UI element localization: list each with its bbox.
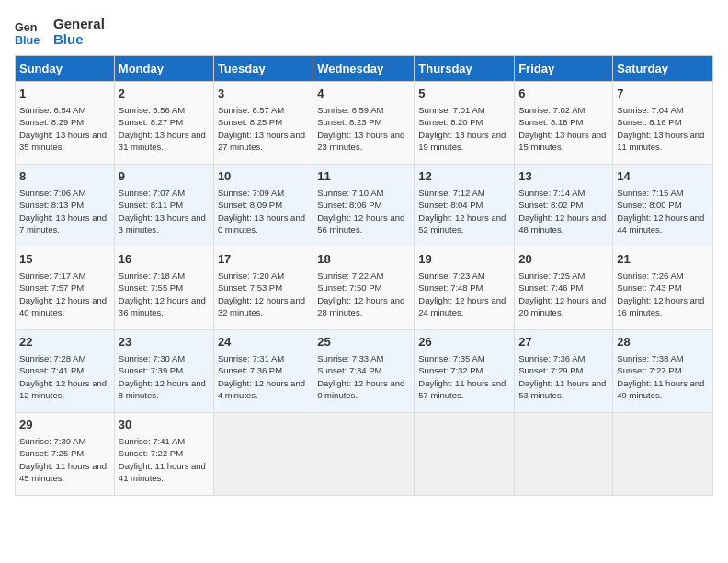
calendar-week-row: 29Sunrise: 7:39 AMSunset: 7:25 PMDayligh…	[16, 413, 713, 496]
sunset-text: Sunset: 7:27 PM	[617, 365, 681, 375]
header-friday: Friday	[515, 56, 613, 82]
daylight-label: Daylight: 12 hours and 12 minutes.	[19, 378, 107, 400]
daylight-label: Daylight: 13 hours and 23 minutes.	[317, 130, 404, 152]
calendar-week-row: 1Sunrise: 6:54 AMSunset: 8:29 PMDaylight…	[16, 82, 713, 165]
sunrise-text: Sunrise: 7:01 AM	[418, 105, 484, 115]
sunrise-text: Sunrise: 7:25 AM	[518, 270, 585, 281]
daylight-label: Daylight: 11 hours and 57 minutes.	[418, 378, 506, 400]
daylight-label: Daylight: 12 hours and 44 minutes.	[617, 213, 704, 235]
daylight-label: Daylight: 13 hours and 31 minutes.	[119, 130, 206, 152]
header-sunday: Sunday	[16, 56, 115, 82]
daylight-label: Daylight: 13 hours and 19 minutes.	[418, 130, 506, 152]
day-number: 9	[119, 168, 210, 185]
day-number: 19	[418, 251, 510, 268]
sunrise-text: Sunrise: 7:39 AM	[19, 436, 85, 446]
sunrise-text: Sunrise: 7:28 AM	[19, 353, 85, 363]
sunset-text: Sunset: 7:36 PM	[218, 365, 282, 375]
sunset-text: Sunset: 7:48 PM	[418, 282, 483, 293]
daylight-label: Daylight: 12 hours and 28 minutes.	[317, 295, 404, 317]
calendar-week-row: 15Sunrise: 7:17 AMSunset: 7:57 PMDayligh…	[16, 247, 713, 330]
sunset-text: Sunset: 7:32 PM	[418, 365, 483, 375]
day-number: 23	[119, 334, 210, 350]
sunset-text: Sunset: 7:41 PM	[19, 365, 84, 375]
calendar-cell: 18Sunrise: 7:22 AMSunset: 7:50 PMDayligh…	[313, 247, 415, 330]
daylight-label: Daylight: 12 hours and 36 minutes.	[119, 295, 206, 317]
calendar-cell: 25Sunrise: 7:33 AMSunset: 7:34 PMDayligh…	[313, 330, 415, 413]
sunset-text: Sunset: 8:16 PM	[617, 117, 681, 127]
day-number: 11	[317, 168, 410, 185]
daylight-label: Daylight: 13 hours and 7 minutes.	[19, 213, 107, 235]
sunset-text: Sunset: 8:04 PM	[418, 200, 483, 210]
sunset-text: Sunset: 8:06 PM	[317, 200, 381, 210]
day-number: 29	[19, 417, 110, 433]
calendar-cell: 6Sunrise: 7:02 AMSunset: 8:18 PMDaylight…	[515, 82, 613, 165]
sunset-text: Sunset: 8:18 PM	[518, 117, 583, 127]
sunset-text: Sunset: 8:09 PM	[218, 200, 282, 210]
sunrise-text: Sunrise: 7:04 AM	[617, 105, 683, 115]
day-number: 20	[518, 251, 609, 268]
daylight-label: Daylight: 11 hours and 53 minutes.	[518, 378, 606, 400]
calendar-cell	[613, 413, 713, 496]
sunrise-text: Sunrise: 6:56 AM	[119, 105, 185, 115]
daylight-label: Daylight: 13 hours and 27 minutes.	[218, 130, 305, 152]
sunset-text: Sunset: 7:50 PM	[317, 282, 381, 293]
daylight-label: Daylight: 11 hours and 41 minutes.	[119, 461, 206, 483]
sunrise-text: Sunrise: 7:33 AM	[317, 353, 383, 363]
day-number: 30	[119, 417, 210, 433]
sunrise-text: Sunrise: 6:59 AM	[317, 105, 383, 115]
sunrise-text: Sunrise: 7:22 AM	[317, 270, 383, 281]
calendar-cell: 13Sunrise: 7:14 AMSunset: 8:02 PMDayligh…	[515, 165, 613, 247]
daylight-label: Daylight: 12 hours and 16 minutes.	[617, 295, 704, 317]
day-number: 12	[418, 168, 510, 185]
day-number: 14	[617, 168, 709, 185]
day-number: 1	[19, 86, 110, 102]
sunrise-text: Sunrise: 7:38 AM	[617, 353, 683, 363]
calendar-cell: 7Sunrise: 7:04 AMSunset: 8:16 PMDaylight…	[613, 82, 713, 165]
sunset-text: Sunset: 8:25 PM	[218, 117, 282, 127]
calendar-cell: 20Sunrise: 7:25 AMSunset: 7:46 PMDayligh…	[515, 247, 613, 330]
sunrise-text: Sunrise: 7:09 AM	[218, 188, 284, 198]
calendar-cell: 8Sunrise: 7:06 AMSunset: 8:13 PMDaylight…	[16, 165, 115, 247]
daylight-label: Daylight: 12 hours and 40 minutes.	[19, 295, 107, 317]
day-number: 5	[418, 86, 510, 102]
sunrise-text: Sunrise: 7:15 AM	[617, 188, 683, 198]
sunrise-text: Sunrise: 7:30 AM	[119, 353, 185, 363]
sunrise-text: Sunrise: 7:06 AM	[19, 188, 85, 198]
sunrise-text: Sunrise: 7:41 AM	[119, 436, 185, 446]
sunrise-text: Sunrise: 6:54 AM	[19, 105, 85, 115]
day-number: 4	[317, 86, 410, 102]
daylight-label: Daylight: 12 hours and 52 minutes.	[418, 213, 506, 235]
sunset-text: Sunset: 7:22 PM	[119, 448, 183, 458]
calendar-cell: 24Sunrise: 7:31 AMSunset: 7:36 PMDayligh…	[213, 330, 313, 413]
calendar-cell: 1Sunrise: 6:54 AMSunset: 8:29 PMDaylight…	[16, 82, 115, 165]
day-number: 17	[218, 251, 309, 268]
day-number: 13	[518, 168, 609, 185]
day-number: 24	[218, 334, 309, 350]
calendar-cell: 2Sunrise: 6:56 AMSunset: 8:27 PMDaylight…	[114, 82, 213, 165]
sunrise-text: Sunrise: 7:02 AM	[518, 105, 585, 115]
calendar-cell	[313, 413, 415, 496]
svg-text:Blue: Blue	[15, 34, 40, 47]
calendar-cell: 22Sunrise: 7:28 AMSunset: 7:41 PMDayligh…	[16, 330, 115, 413]
sunrise-text: Sunrise: 7:20 AM	[218, 270, 284, 281]
calendar-cell	[515, 413, 613, 496]
sunrise-text: Sunrise: 7:07 AM	[119, 188, 185, 198]
calendar-cell: 10Sunrise: 7:09 AMSunset: 8:09 PMDayligh…	[213, 165, 313, 247]
header-wednesday: Wednesday	[313, 56, 415, 82]
daylight-label: Daylight: 12 hours and 8 minutes.	[119, 378, 206, 400]
day-number: 7	[617, 86, 709, 102]
day-number: 15	[19, 251, 110, 268]
logo-text-line1: General	[53, 16, 105, 31]
sunrise-text: Sunrise: 6:57 AM	[218, 105, 284, 115]
sunrise-text: Sunrise: 7:18 AM	[119, 270, 185, 281]
daylight-label: Daylight: 13 hours and 15 minutes.	[518, 130, 606, 152]
sunset-text: Sunset: 8:20 PM	[418, 117, 483, 127]
sunset-text: Sunset: 8:27 PM	[119, 117, 183, 127]
calendar-header-row: SundayMondayTuesdayWednesdayThursdayFrid…	[16, 56, 713, 82]
calendar-week-row: 8Sunrise: 7:06 AMSunset: 8:13 PMDaylight…	[16, 165, 713, 247]
day-number: 6	[518, 86, 609, 102]
sunset-text: Sunset: 7:39 PM	[119, 365, 183, 375]
day-number: 18	[317, 251, 410, 268]
calendar-cell: 26Sunrise: 7:35 AMSunset: 7:32 PMDayligh…	[415, 330, 515, 413]
day-number: 22	[19, 334, 110, 350]
